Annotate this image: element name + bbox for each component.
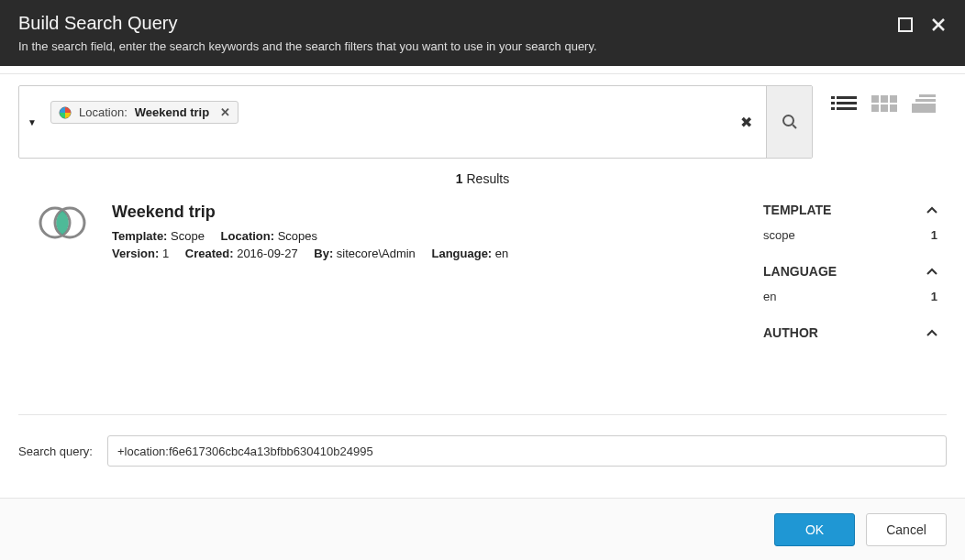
facet-panel: TEMPLATE scope 1 LANGUAGE bbox=[763, 203, 937, 360]
result-item[interactable]: Weekend trip Template: Scope Location: S… bbox=[37, 203, 727, 360]
facet-language-header[interactable]: LANGUAGE bbox=[763, 264, 937, 279]
facet-language-item[interactable]: en 1 bbox=[763, 288, 937, 305]
filter-tag-location[interactable]: Location: Weekend trip ✕ bbox=[50, 101, 238, 124]
svg-rect-10 bbox=[831, 107, 835, 110]
results-scroll[interactable]: ▼ Location: Weekend trip ✕ ✖ bbox=[18, 85, 947, 414]
facet-template-header[interactable]: TEMPLATE bbox=[763, 203, 937, 217]
close-icon[interactable] bbox=[930, 16, 947, 36]
svg-rect-9 bbox=[837, 102, 857, 104]
dialog-footer: OK Cancel bbox=[0, 498, 965, 560]
svg-rect-0 bbox=[899, 18, 912, 31]
svg-rect-12 bbox=[871, 95, 879, 103]
search-dropdown-trigger[interactable]: ▼ bbox=[19, 86, 45, 158]
clear-search-icon[interactable]: ✖ bbox=[726, 86, 766, 158]
scope-icon bbox=[37, 204, 88, 256]
svg-line-5 bbox=[793, 125, 796, 128]
view-switcher bbox=[831, 85, 937, 115]
svg-rect-19 bbox=[915, 99, 936, 102]
svg-rect-17 bbox=[890, 104, 897, 112]
search-query-input[interactable] bbox=[107, 435, 947, 467]
cancel-button[interactable]: Cancel bbox=[866, 513, 947, 546]
facet-template-item[interactable]: scope 1 bbox=[763, 226, 937, 244]
chevron-up-icon bbox=[926, 265, 937, 280]
result-line-1: Template: Scope Location: Scopes bbox=[112, 229, 508, 243]
location-filter-icon bbox=[59, 106, 72, 119]
svg-rect-14 bbox=[890, 95, 897, 103]
facet-author-header[interactable]: AUTHOR bbox=[763, 325, 937, 340]
result-title: Weekend trip bbox=[112, 203, 508, 222]
svg-rect-13 bbox=[881, 95, 888, 103]
view-stack-icon[interactable] bbox=[912, 94, 937, 115]
chevron-up-icon bbox=[926, 203, 937, 218]
chevron-up-icon bbox=[926, 326, 937, 341]
results-count: 1 Results bbox=[18, 159, 947, 203]
dialog-title: Build Search Query bbox=[18, 13, 897, 34]
svg-rect-20 bbox=[912, 104, 936, 113]
result-line-2: Version: 1 Created: 2016-09-27 By: sitec… bbox=[112, 247, 508, 260]
view-grid-icon[interactable] bbox=[871, 94, 897, 115]
filter-tag-value: Weekend trip bbox=[135, 105, 209, 119]
maximize-icon[interactable] bbox=[897, 16, 914, 36]
svg-rect-11 bbox=[837, 107, 857, 110]
svg-rect-8 bbox=[831, 102, 835, 104]
svg-rect-16 bbox=[881, 104, 888, 112]
svg-point-4 bbox=[783, 115, 793, 126]
svg-rect-7 bbox=[837, 96, 857, 99]
search-button[interactable] bbox=[766, 86, 812, 158]
search-input-area[interactable]: Location: Weekend trip ✕ bbox=[45, 86, 726, 158]
search-icon bbox=[782, 114, 798, 130]
search-box: ▼ Location: Weekend trip ✕ ✖ bbox=[18, 85, 813, 159]
svg-rect-6 bbox=[831, 96, 835, 99]
ok-button[interactable]: OK bbox=[774, 513, 855, 546]
filter-tag-label: Location: bbox=[79, 105, 128, 119]
search-query-label: Search query: bbox=[18, 445, 93, 458]
svg-rect-18 bbox=[919, 94, 936, 97]
view-list-icon[interactable] bbox=[831, 94, 857, 115]
dialog-subtitle: In the search field, enter the search ke… bbox=[18, 39, 897, 53]
svg-rect-15 bbox=[871, 104, 879, 112]
dialog-titlebar: Build Search Query In the search field, … bbox=[0, 0, 965, 66]
filter-tag-remove-icon[interactable]: ✕ bbox=[220, 105, 230, 119]
